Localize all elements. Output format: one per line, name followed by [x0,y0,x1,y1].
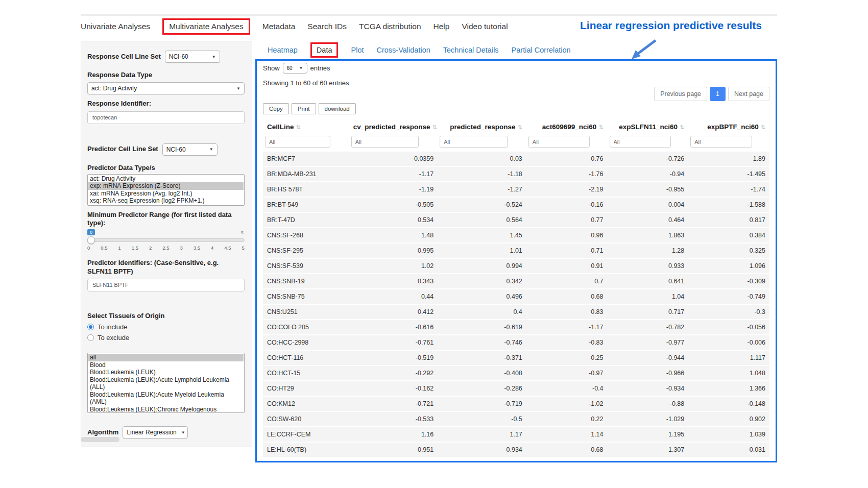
tissue-include-radio[interactable]: To include [87,323,245,331]
list-option[interactable]: Blood:Leukemia (LEUK) [88,369,244,376]
previous-page-button[interactable]: Previous page [654,87,707,101]
column-filter-input[interactable] [610,136,671,148]
value-cell: 0.96 [526,228,608,243]
column-header-cv_predicted_response[interactable]: cv_predicted_response⇅ [349,118,438,135]
list-option[interactable]: all [88,354,244,361]
response-cell-line-set-select[interactable]: NCI-60 ▼ [165,51,220,63]
print-button[interactable]: Print [292,103,316,114]
cell-line-cell: CO:KM12 [263,396,349,411]
sort-icon[interactable]: ⇅ [761,124,765,130]
response-identifier-input[interactable] [87,111,245,124]
predictor-cell-line-set-select[interactable]: NCI-60 ▼ [162,143,218,156]
table-row: CO:HCT-15-0.292-0.408-0.97-0.9661.048 [263,365,769,381]
value-cell: 1.048 [688,365,769,381]
nav-item-tcga-distribution[interactable]: TCGA distribution [359,22,421,31]
cell-line-cell: CO:COLO 205 [263,320,349,335]
nav-item-univariate-analyses[interactable]: Univariate Analyses [81,22,150,31]
tab-technical-details[interactable]: Technical Details [443,46,499,54]
tab-plot[interactable]: Plot [351,46,364,54]
value-cell: -0.966 [608,365,689,381]
column-header-predicted_response[interactable]: predicted_response⇅ [438,118,526,135]
nav-item-help[interactable]: Help [433,22,450,31]
tab-data[interactable]: Data [310,42,339,58]
value-cell: 0.342 [438,274,526,289]
nav-item-video-tutorial[interactable]: Video tutorial [462,22,508,31]
table-row: CO:COLO 205-0.616-0.619-1.17-0.782-0.056 [263,320,769,335]
slider-tick-label: 4 [211,245,213,251]
column-label: expBPTF_nci60 [707,123,759,131]
list-option[interactable]: xsq: RNA-seq Expression (log2 FPKM+1.) [88,197,244,205]
predictor-data-types-listbox[interactable]: act: Drug Activityexp: mRNA Expression (… [87,174,245,206]
sort-icon[interactable]: ⇅ [296,124,301,130]
chevron-down-icon: ▼ [236,86,240,91]
radio-unchecked-icon [87,334,94,341]
next-page-button[interactable]: Next page [728,87,769,101]
value-cell: -1.27 [438,182,526,197]
column-header-expBPTF_nci60[interactable]: expBPTF_nci60⇅ [688,118,769,135]
table-row: CNS:SF-2950.9951.010.711.280.325 [263,243,769,258]
sort-icon[interactable]: ⇅ [598,124,603,130]
predictor-identifiers-input[interactable] [87,279,245,291]
column-header-expSLFN11_nci60[interactable]: expSLFN11_nci60⇅ [608,118,689,135]
column-filter-input[interactable] [351,136,419,148]
download-button[interactable]: download [319,103,356,114]
current-page-button[interactable]: 1 [710,87,726,101]
nav-item-metadata[interactable]: Metadata [262,22,296,31]
top-nav: Univariate Analyses Multivariate Analyse… [81,14,777,36]
nav-item-multivariate-analyses[interactable]: Multivariate Analyses [162,18,250,35]
list-option[interactable]: act: Drug Activity [88,175,244,183]
tab-heatmap[interactable]: Heatmap [268,46,298,54]
list-option[interactable]: Blood:Leukemia (LEUK):Chronic Myelogenou… [88,406,244,413]
tab-cross-validation[interactable]: Cross-Validation [376,46,430,54]
list-option[interactable]: Blood [88,361,244,369]
column-filter-input[interactable] [690,136,752,148]
sort-icon[interactable]: ⇅ [680,124,684,130]
slider-tick-label: 1 [118,245,121,251]
table-row: BR:HS 578T-1.19-1.27-2.19-0.955-1.74 [263,182,769,197]
column-header-act609699_nci60[interactable]: act609699_nci60⇅ [526,118,608,135]
sort-icon[interactable]: ⇅ [432,124,437,130]
column-filter-input[interactable] [528,136,590,148]
tissue-listbox[interactable]: allBloodBlood:Leukemia (LEUK)Blood:Leuke… [87,353,245,413]
column-label: expSLFN11_nci60 [619,123,678,131]
value-cell: -0.292 [349,365,438,381]
response-cell-line-set-value: NCI-60 [169,53,188,60]
slider-tick-label: 2.5 [162,245,169,251]
list-option[interactable]: xai: mRNA Expression (Avg. log2 Int.) [88,190,244,198]
tissue-exclude-label: To exclude [98,334,129,341]
page-length-select[interactable]: 60 ▼ [283,63,307,74]
value-cell: -0.533 [349,411,438,427]
column-filter-input[interactable] [265,136,330,148]
response-data-type-select[interactable]: act: Drug Activity ▼ [87,82,245,94]
value-cell: 0.22 [526,411,608,427]
chevron-down-icon: ▼ [299,66,303,70]
slider-track[interactable] [87,238,245,242]
slider-handle[interactable] [87,236,95,244]
list-option[interactable]: exp: mRNA Expression (Z-Score) [88,182,244,190]
table-row: CO:HT29-0.162-0.286-0.4-0.9341.366 [263,381,769,396]
value-cell: 1.04 [608,289,689,304]
cell-line-cell: BR:BT-549 [263,197,349,212]
cell-line-cell: CO:HCT-15 [263,365,349,381]
tab-partial-correlation[interactable]: Partial Correlation [512,46,571,54]
list-option[interactable]: Blood:Leukemia (LEUK):Acute Myeloid Leuk… [88,391,244,406]
copy-button[interactable]: Copy [263,103,289,114]
table-row: LE:CCRF-CEM1.161.171.141.1951.039 [263,427,769,442]
value-cell: -0.056 [688,320,769,335]
response-data-type-label: Response Data Type [87,71,245,79]
cell-line-cell: BR:HS 578T [263,182,349,197]
column-filter-input[interactable] [440,136,508,148]
nav-item-search-ids[interactable]: Search IDs [307,22,347,31]
column-label: act609699_nci60 [542,123,597,131]
cell-line-cell: CNS:SF-295 [263,243,349,258]
tissue-exclude-radio[interactable]: To exclude [87,334,245,341]
table-row: CO:KM12-0.721-0.719-1.02-0.88-0.148 [263,396,769,411]
slider-tick-label: 5 [242,245,245,251]
column-header-CellLine[interactable]: CellLine⇅ [263,118,349,135]
slider-tick-label: 3.5 [194,245,200,251]
algorithm-select[interactable]: Linear Regression ▼ [123,426,188,438]
value-cell: 1.039 [688,427,769,442]
value-cell: -1.18 [438,166,526,182]
list-option[interactable]: Blood:Leukemia (LEUK):Acute Lymphoid Leu… [88,376,244,391]
sort-icon[interactable]: ⇅ [518,124,522,130]
